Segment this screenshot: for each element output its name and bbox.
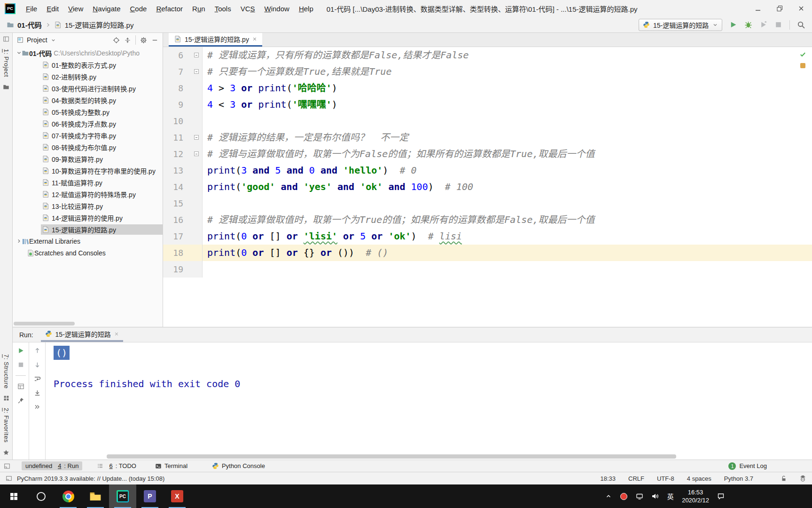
- menu-item[interactable]: Window: [260, 2, 294, 15]
- locate-file-icon[interactable]: [113, 37, 120, 44]
- hidden-icons-chevron[interactable]: [601, 484, 616, 508]
- tree-row-file[interactable]: 03-使用代码进行进制转换.py: [13, 82, 163, 94]
- run-tab[interactable]: 15-逻辑运算的短路: [41, 327, 123, 342]
- tool-window-button[interactable]: undefined4: Run: [22, 461, 82, 470]
- gear-icon[interactable]: [140, 37, 147, 44]
- pin-icon[interactable]: [17, 397, 24, 404]
- fold-marker-icon[interactable]: [194, 135, 199, 140]
- code-line[interactable]: 7# 只要有一个运算数是True,结果就是True: [163, 64, 812, 80]
- up-stack-icon[interactable]: [34, 347, 41, 354]
- menu-item[interactable]: Help: [294, 2, 318, 15]
- sidebar-item-favorites[interactable]: 2: Favorites: [3, 408, 10, 443]
- code-line[interactable]: 14print('good' and 'yes' and 'ok' and 10…: [163, 179, 812, 195]
- fold-gutter[interactable]: [187, 179, 203, 195]
- fold-gutter[interactable]: [187, 146, 203, 162]
- close-button[interactable]: [790, 0, 812, 17]
- line-number[interactable]: 15: [163, 195, 187, 212]
- tree-row-file[interactable]: 09-算数运算符.py: [13, 153, 163, 165]
- fold-gutter[interactable]: [187, 129, 203, 146]
- security-tray-icon[interactable]: [616, 484, 632, 508]
- code-line[interactable]: 15: [163, 195, 812, 212]
- tool-window-button[interactable]: Terminal: [151, 461, 197, 470]
- stripe-squares-icon[interactable]: [3, 395, 9, 401]
- hide-panel-icon[interactable]: [151, 37, 158, 44]
- tree-row-file[interactable]: 15-逻辑运算的短路.py: [13, 223, 163, 235]
- code-line[interactable]: 94 < 3 or print('嘿嘿嘿'): [163, 96, 812, 113]
- fold-marker-icon[interactable]: [194, 53, 199, 57]
- tree-row-root[interactable]: 01-代码C:\Users\chris\Desktop\Pytho: [13, 47, 163, 59]
- taskbar-app-x[interactable]: X: [164, 484, 191, 508]
- menu-item[interactable]: File: [21, 2, 42, 15]
- volume-icon[interactable]: [647, 484, 663, 508]
- unlock-icon[interactable]: [781, 475, 787, 482]
- code-line[interactable]: 16# 逻辑或运算做取值时，取第一个为True的值；如果所有的运算数都是Fals…: [163, 212, 812, 228]
- console-horizontal-scrollbar[interactable]: [107, 454, 676, 459]
- line-number[interactable]: 11: [163, 129, 187, 146]
- fold-gutter[interactable]: [187, 64, 203, 80]
- close-run-tab-icon[interactable]: [114, 332, 119, 336]
- run-with-coverage-button[interactable]: [759, 21, 767, 29]
- line-number[interactable]: 17: [163, 228, 187, 245]
- tree-row-file[interactable]: 14-逻辑运算符的使用.py: [13, 212, 163, 223]
- scroll-to-end-icon[interactable]: [34, 389, 41, 397]
- tree-row-file[interactable]: 12-赋值运算符的特殊场景.py: [13, 188, 163, 200]
- restore-button[interactable]: [769, 0, 790, 17]
- run-button[interactable]: [729, 21, 737, 29]
- menu-item[interactable]: Navigate: [88, 2, 125, 15]
- code-line[interactable]: 13print(3 and 5 and 0 and 'hello') # 0: [163, 162, 812, 179]
- minimize-button[interactable]: [747, 0, 769, 17]
- run-console-output[interactable]: () Process finished with exit code 0: [46, 342, 812, 460]
- line-number[interactable]: 7: [163, 64, 187, 80]
- status-widget[interactable]: Python 3.7: [724, 475, 753, 482]
- close-tab-icon[interactable]: [252, 37, 257, 41]
- tree-row-file[interactable]: 08-转换成为布尔值.py: [13, 141, 163, 153]
- sidebar-item-project[interactable]: 1: Project: [3, 49, 10, 77]
- tool-window-button[interactable]: 6: TODO: [94, 461, 140, 470]
- tree-row-scratches[interactable]: Scratches and Consoles: [13, 247, 163, 259]
- menu-item[interactable]: Run: [187, 2, 210, 15]
- line-number[interactable]: 6: [163, 47, 187, 64]
- fold-gutter[interactable]: [187, 47, 203, 64]
- run-configuration-select[interactable]: 15-逻辑运算的短路: [639, 19, 722, 31]
- line-number[interactable]: 12: [163, 146, 187, 162]
- chevron-down-icon[interactable]: [51, 38, 56, 43]
- code-line[interactable]: 12# 逻辑与运算做取值时，取第一个为False的值；如果所有的运算数都是Tru…: [163, 146, 812, 162]
- status-widget[interactable]: UTF-8: [657, 475, 674, 482]
- status-widget[interactable]: CRLF: [628, 475, 644, 482]
- fold-gutter[interactable]: [187, 228, 203, 245]
- code-line[interactable]: 11# 逻辑运算的结果，一定是布尔值吗？ 不一定: [163, 129, 812, 146]
- line-number[interactable]: 13: [163, 162, 187, 179]
- project-horizontal-scrollbar[interactable]: [14, 322, 75, 325]
- status-widget[interactable]: 18:33: [600, 475, 616, 482]
- line-number[interactable]: 9: [163, 96, 187, 113]
- breadcrumb-file[interactable]: 15-逻辑运算的短路.py: [65, 20, 134, 30]
- taskbar-app-p[interactable]: P: [136, 484, 164, 508]
- tree-row-file[interactable]: 13-比较运算符.py: [13, 200, 163, 212]
- search-button[interactable]: [27, 484, 55, 508]
- code-editor[interactable]: 6# 逻辑或运算，只有所有的运算数都是False,结果才是False7# 只要有…: [163, 47, 812, 327]
- status-widget[interactable]: 4 spaces: [687, 475, 711, 482]
- fold-gutter[interactable]: [187, 113, 203, 129]
- menu-item[interactable]: VCS: [236, 2, 260, 15]
- line-number[interactable]: 14: [163, 179, 187, 195]
- menu-item[interactable]: View: [63, 2, 88, 15]
- menu-item[interactable]: Edit: [42, 2, 63, 15]
- editor-tab[interactable]: 15-逻辑运算的短路.py: [169, 33, 262, 47]
- more-options-icon[interactable]: [34, 404, 40, 410]
- status-message[interactable]: PyCharm 2019.3.3 available: // Update...…: [17, 475, 164, 482]
- restore-layout-icon[interactable]: [17, 383, 24, 390]
- soft-wrap-icon[interactable]: [34, 375, 41, 382]
- tree-row-file[interactable]: 06-转换成为浮点数.py: [13, 118, 163, 129]
- start-button[interactable]: [0, 484, 27, 508]
- taskbar-pycharm[interactable]: PC: [109, 484, 136, 508]
- line-number[interactable]: 8: [163, 80, 187, 96]
- stop-button[interactable]: [774, 21, 782, 29]
- hector-inspector-icon[interactable]: [799, 475, 806, 482]
- breadcrumb-folder[interactable]: 01-代码: [17, 20, 42, 30]
- taskbar-clock[interactable]: 16:53 2020/2/12: [678, 488, 713, 504]
- sidebar-item-structure[interactable]: 7: Structure: [3, 354, 10, 389]
- fold-gutter[interactable]: [187, 212, 203, 228]
- panel-toggle-icon[interactable]: [6, 475, 12, 482]
- fold-gutter[interactable]: [187, 195, 203, 212]
- taskbar-chrome[interactable]: [55, 484, 82, 508]
